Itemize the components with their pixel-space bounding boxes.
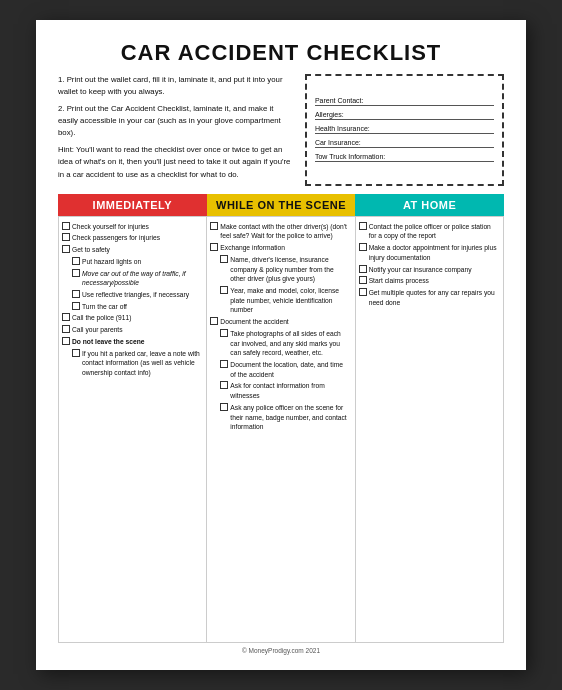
list-item: Use reflective triangles, if necessary: [72, 290, 201, 300]
list-item: If you hit a parked car, leave a note wi…: [72, 349, 201, 378]
item-text: Take photographs of all sides of each ca…: [230, 329, 349, 358]
list-item: Get to safety: [62, 245, 201, 255]
wallet-label-1: Parent Contact:: [315, 97, 364, 104]
intro-p1: 1. Print out the wallet card, fill it in…: [58, 74, 291, 98]
item-text: Contact the police officer or police sta…: [369, 222, 498, 241]
checkbox-icon: [359, 265, 367, 273]
checkbox-icon: [62, 245, 70, 253]
item-text: Notify your car insurance company: [369, 265, 498, 275]
item-text: Use reflective triangles, if necessary: [82, 290, 201, 300]
wallet-label-5: Tow Truck Information:: [315, 153, 385, 160]
checkbox-icon: [72, 302, 80, 310]
checklist-headers: IMMEDIATELY WHILE ON THE SCENE AT HOME: [58, 194, 504, 216]
page-title: CAR ACCIDENT CHECKLIST: [58, 40, 504, 66]
list-item: Exchange information: [210, 243, 349, 253]
item-text: Call the police (911): [72, 313, 201, 323]
checkbox-icon: [359, 276, 367, 284]
page-wrapper: CAR ACCIDENT CHECKLIST 1. Print out the …: [0, 0, 562, 690]
list-item: Start claims process: [359, 276, 498, 286]
item-text: Put hazard lights on: [82, 257, 201, 267]
checklist-body: Check yourself for injuries Check passen…: [58, 216, 504, 643]
list-item: Turn the car off: [72, 302, 201, 312]
intro-text: 1. Print out the wallet card, fill it in…: [58, 74, 291, 186]
wallet-row-5: Tow Truck Information:: [315, 153, 494, 162]
list-item: Year, make and model, color, license pla…: [220, 286, 349, 315]
list-item: Put hazard lights on: [72, 257, 201, 267]
list-item: Document the accident: [210, 317, 349, 327]
checkbox-icon: [359, 288, 367, 296]
item-text: Move car out of the way of traffic, if n…: [82, 269, 201, 288]
item-text: Make a doctor appointment for injuries p…: [369, 243, 498, 262]
item-text: Start claims process: [369, 276, 498, 286]
wallet-row-1: Parent Contact:: [315, 97, 494, 106]
wallet-label-3: Health Insurance:: [315, 125, 370, 132]
item-text: If you hit a parked car, leave a note wi…: [82, 349, 201, 378]
checkbox-icon: [359, 222, 367, 230]
checkbox-icon: [210, 222, 218, 230]
list-item: Contact the police officer or police sta…: [359, 222, 498, 241]
list-item: Do not leave the scene: [62, 337, 201, 347]
wallet-row-3: Health Insurance:: [315, 125, 494, 134]
list-item: Call the police (911): [62, 313, 201, 323]
checkbox-icon: [220, 381, 228, 389]
paper: CAR ACCIDENT CHECKLIST 1. Print out the …: [36, 20, 526, 670]
wallet-label-4: Car Insurance:: [315, 139, 361, 146]
list-item: Make a doctor appointment for injuries p…: [359, 243, 498, 262]
item-text: Document the location, date, and time of…: [230, 360, 349, 379]
item-text: Year, make and model, color, license pla…: [230, 286, 349, 315]
checkbox-icon: [210, 317, 218, 325]
footer: © MoneyProdigy.com 2021: [58, 647, 504, 654]
checkbox-icon: [220, 286, 228, 294]
wallet-row-2: Allergies:: [315, 111, 494, 120]
checkbox-icon: [72, 290, 80, 298]
item-text: Ask any police officer on the scene for …: [230, 403, 349, 432]
checkbox-icon: [72, 269, 80, 277]
list-item: Ask for contact information from witness…: [220, 381, 349, 400]
list-item: Call your parents: [62, 325, 201, 335]
item-text: Turn the car off: [82, 302, 201, 312]
list-item: Check yourself for injuries: [62, 222, 201, 232]
list-item: Notify your car insurance company: [359, 265, 498, 275]
item-text: Get to safety: [72, 245, 201, 255]
checkbox-icon: [220, 329, 228, 337]
item-text: Document the accident: [220, 317, 349, 327]
intro-p2: 2. Print out the Car Accident Checklist,…: [58, 103, 291, 139]
list-item: Check passengers for injuries: [62, 233, 201, 243]
header-immediately: IMMEDIATELY: [58, 194, 207, 216]
item-text: Call your parents: [72, 325, 201, 335]
list-item: Make contact with the other driver(s) (d…: [210, 222, 349, 241]
wallet-label-2: Allergies:: [315, 111, 344, 118]
checkbox-icon: [62, 233, 70, 241]
checkbox-icon: [72, 257, 80, 265]
item-text: Name, driver's license, insurance compan…: [230, 255, 349, 284]
checkbox-icon: [210, 243, 218, 251]
item-text: Check passengers for injuries: [72, 233, 201, 243]
item-text: Get multiple quotes for any car repairs …: [369, 288, 498, 307]
col-at-home: Contact the police officer or police sta…: [356, 217, 503, 642]
item-text: Ask for contact information from witness…: [230, 381, 349, 400]
item-text: Exchange information: [220, 243, 349, 253]
checkbox-icon: [62, 313, 70, 321]
list-item: Ask any police officer on the scene for …: [220, 403, 349, 432]
checkbox-icon: [220, 403, 228, 411]
checkbox-icon: [359, 243, 367, 251]
col-immediately: Check yourself for injuries Check passen…: [59, 217, 207, 642]
list-item: Name, driver's license, insurance compan…: [220, 255, 349, 284]
checkbox-icon: [62, 337, 70, 345]
list-item: Document the location, date, and time of…: [220, 360, 349, 379]
list-item: Move car out of the way of traffic, if n…: [72, 269, 201, 288]
header-at-home: AT HOME: [355, 194, 504, 216]
item-text: Make contact with the other driver(s) (d…: [220, 222, 349, 241]
wallet-card: Parent Contact: Allergies: Health Insura…: [305, 74, 504, 186]
checklist-section: IMMEDIATELY WHILE ON THE SCENE AT HOME C…: [58, 194, 504, 643]
checkbox-icon: [220, 255, 228, 263]
checkbox-icon: [72, 349, 80, 357]
intro-section: 1. Print out the wallet card, fill it in…: [58, 74, 504, 186]
wallet-row-4: Car Insurance:: [315, 139, 494, 148]
checkbox-icon: [62, 222, 70, 230]
item-text: Do not leave the scene: [72, 337, 201, 347]
list-item: Take photographs of all sides of each ca…: [220, 329, 349, 358]
intro-hint: Hint: You'll want to read the checklist …: [58, 144, 291, 180]
header-while-scene: WHILE ON THE SCENE: [207, 194, 356, 216]
list-item: Get multiple quotes for any car repairs …: [359, 288, 498, 307]
